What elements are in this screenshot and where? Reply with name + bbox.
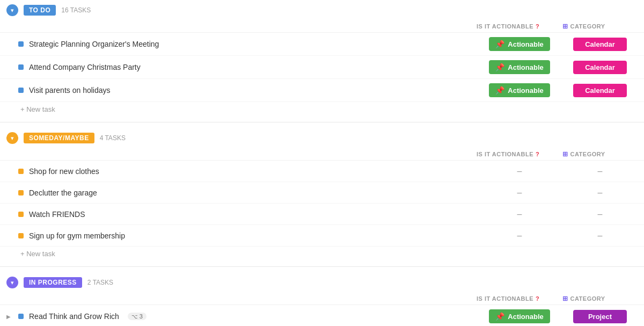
col-header-category: ⊞ CATEGORY bbox=[562, 150, 638, 158]
task-left: Watch FRIENDS bbox=[6, 210, 477, 219]
task-left: Attend Company Christmas Party bbox=[6, 63, 477, 71]
col-header-actionable: IS IT ACTIONABLE ? bbox=[477, 23, 562, 30]
columns-header-inprogress: IS IT ACTIONABLE ?⊞ CATEGORY bbox=[0, 293, 644, 305]
category-cell: Project bbox=[562, 310, 638, 323]
actionable-cell: – bbox=[477, 209, 562, 219]
subtask-icon: ⌥ bbox=[131, 314, 138, 320]
category-cell: Calendar bbox=[562, 38, 638, 51]
category-dash: – bbox=[598, 188, 603, 198]
section-badge-inprogress: IN PROGRESS bbox=[24, 277, 82, 288]
actionable-label: Actionable bbox=[508, 63, 543, 71]
category-dash: – bbox=[598, 231, 603, 241]
task-row: Strategic Planning Organizer's Meeting📌 … bbox=[0, 33, 644, 56]
section-todo: ▾TO DO16 TASKSIS IT ACTIONABLE ?⊞ CATEGO… bbox=[0, 0, 644, 122]
category-cell: Calendar bbox=[562, 61, 638, 74]
section-header-todo: ▾TO DO16 TASKS bbox=[0, 0, 644, 20]
actionable-dash: – bbox=[517, 231, 522, 241]
category-cell: – bbox=[562, 231, 638, 241]
task-left: ▶Read Think and Grow Rich⌥ 3 bbox=[6, 312, 477, 321]
task-dot-icon bbox=[18, 41, 24, 47]
actionable-button[interactable]: 📌 Actionable bbox=[489, 37, 550, 51]
section-badge-todo: TO DO bbox=[24, 5, 56, 16]
task-title: Watch FRIENDS bbox=[29, 210, 85, 219]
category-cell: – bbox=[562, 188, 638, 198]
category-label: CATEGORY bbox=[570, 295, 605, 302]
task-count-todo: 16 TASKS bbox=[61, 6, 91, 14]
task-title: Visit parents on holidays bbox=[29, 86, 111, 95]
section-header-someday: ▾SOMEDAY/MAYBE4 TASKS bbox=[0, 128, 644, 148]
task-title: Strategic Planning Organizer's Meeting bbox=[29, 40, 159, 48]
expand-arrow-icon[interactable]: ▶ bbox=[6, 314, 13, 320]
category-label: CATEGORY bbox=[570, 23, 605, 30]
actionable-button[interactable]: 📌 Actionable bbox=[489, 83, 550, 97]
actionable-cell: 📌 Actionable bbox=[477, 60, 562, 74]
category-cell: – bbox=[562, 166, 638, 176]
section-badge-someday: SOMEDAY/MAYBE bbox=[24, 133, 94, 143]
category-button[interactable]: Calendar bbox=[573, 61, 627, 74]
pin-icon: 📌 bbox=[495, 63, 504, 71]
actionable-label: IS IT ACTIONABLE bbox=[477, 151, 533, 157]
category-label: CATEGORY bbox=[570, 151, 605, 157]
section-inprogress: ▾IN PROGRESS2 TASKSIS IT ACTIONABLE ?⊞ C… bbox=[0, 272, 644, 326]
task-count-someday: 4 TASKS bbox=[100, 134, 126, 142]
category-cell: Calendar bbox=[562, 84, 638, 97]
actionable-dash: – bbox=[517, 166, 522, 176]
question-icon: ? bbox=[536, 23, 539, 30]
category-button[interactable]: Calendar bbox=[573, 84, 627, 97]
task-dot-icon bbox=[18, 190, 24, 195]
task-row: Sign up for gym membership–– bbox=[0, 225, 644, 247]
category-button[interactable]: Calendar bbox=[573, 38, 627, 51]
task-title: Shop for new clothes bbox=[29, 167, 99, 176]
col-header-actionable: IS IT ACTIONABLE ? bbox=[477, 151, 562, 157]
actionable-label: IS IT ACTIONABLE bbox=[477, 295, 533, 302]
task-title: Declutter the garage bbox=[29, 189, 97, 197]
actionable-dash: – bbox=[517, 188, 522, 198]
pin-icon: 📌 bbox=[495, 86, 504, 95]
grid-icon: ⊞ bbox=[562, 295, 568, 302]
section-someday: ▾SOMEDAY/MAYBE4 TASKSIS IT ACTIONABLE ?⊞… bbox=[0, 128, 644, 267]
category-button[interactable]: Project bbox=[573, 310, 627, 323]
category-dash: – bbox=[598, 166, 603, 176]
question-icon: ? bbox=[536, 151, 539, 157]
new-task-button[interactable]: + New task bbox=[0, 102, 644, 117]
actionable-cell: – bbox=[477, 231, 562, 241]
pin-icon: 📌 bbox=[495, 40, 504, 48]
task-left: Strategic Planning Organizer's Meeting bbox=[6, 40, 477, 48]
col-header-category: ⊞ CATEGORY bbox=[562, 23, 638, 30]
chevron-btn-todo[interactable]: ▾ bbox=[6, 4, 18, 16]
task-row: Watch FRIENDS–– bbox=[0, 204, 644, 225]
subtask-badge: ⌥ 3 bbox=[128, 313, 147, 320]
task-left: Declutter the garage bbox=[6, 189, 477, 197]
actionable-cell: 📌 Actionable bbox=[477, 83, 562, 97]
actionable-cell: – bbox=[477, 188, 562, 198]
task-count-inprogress: 2 TASKS bbox=[87, 279, 113, 286]
task-dot-icon bbox=[18, 64, 24, 70]
col-header-actionable: IS IT ACTIONABLE ? bbox=[477, 295, 562, 302]
columns-header-someday: IS IT ACTIONABLE ?⊞ CATEGORY bbox=[0, 148, 644, 161]
task-left: Sign up for gym membership bbox=[6, 231, 477, 240]
task-dot-icon bbox=[18, 169, 24, 174]
actionable-button[interactable]: 📌 Actionable bbox=[489, 60, 550, 74]
task-row: Shop for new clothes–– bbox=[0, 161, 644, 182]
actionable-cell: 📌 Actionable bbox=[477, 309, 562, 323]
task-title: Attend Company Christmas Party bbox=[29, 63, 141, 71]
section-header-inprogress: ▾IN PROGRESS2 TASKS bbox=[0, 272, 644, 293]
task-dot-icon bbox=[18, 314, 24, 319]
grid-icon: ⊞ bbox=[562, 23, 568, 30]
chevron-btn-inprogress[interactable]: ▾ bbox=[6, 277, 18, 288]
task-dot-icon bbox=[18, 233, 24, 238]
task-dot-icon bbox=[18, 212, 24, 217]
actionable-label: Actionable bbox=[508, 40, 543, 48]
actionable-cell: – bbox=[477, 166, 562, 176]
task-row: Attend Company Christmas Party📌 Actionab… bbox=[0, 56, 644, 79]
grid-icon: ⊞ bbox=[562, 150, 568, 158]
actionable-button[interactable]: 📌 Actionable bbox=[489, 309, 550, 323]
task-title: Sign up for gym membership bbox=[29, 231, 125, 240]
task-left: Shop for new clothes bbox=[6, 167, 477, 176]
task-title: Read Think and Grow Rich bbox=[29, 312, 119, 321]
chevron-btn-someday[interactable]: ▾ bbox=[6, 132, 18, 144]
actionable-label: IS IT ACTIONABLE bbox=[477, 23, 533, 30]
col-header-category: ⊞ CATEGORY bbox=[562, 295, 638, 302]
actionable-label: Actionable bbox=[508, 86, 543, 95]
new-task-button[interactable]: + New task bbox=[0, 247, 644, 261]
